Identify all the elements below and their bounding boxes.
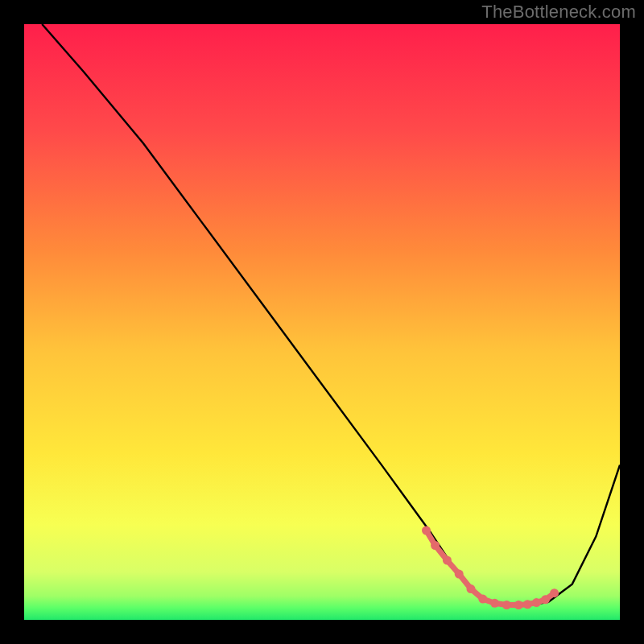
watermark-text: TheBottleneck.com [481, 2, 636, 23]
highlight-dot [523, 600, 532, 609]
highlight-dot [550, 588, 559, 597]
highlight-dot [490, 599, 499, 608]
highlight-dot [541, 595, 550, 604]
chart-container: TheBottleneck.com [0, 0, 644, 644]
chart-svg [24, 24, 620, 620]
highlight-dot [455, 570, 464, 579]
highlight-dot [431, 541, 440, 550]
highlight-dot [443, 556, 452, 565]
highlight-dot [478, 595, 487, 604]
highlight-dot [422, 526, 431, 535]
highlight-dot [502, 601, 511, 609]
plot-area [24, 24, 620, 620]
highlight-dot [532, 598, 541, 607]
highlight-dot [514, 601, 523, 609]
gradient-background [24, 24, 620, 620]
highlight-dot [467, 584, 476, 593]
